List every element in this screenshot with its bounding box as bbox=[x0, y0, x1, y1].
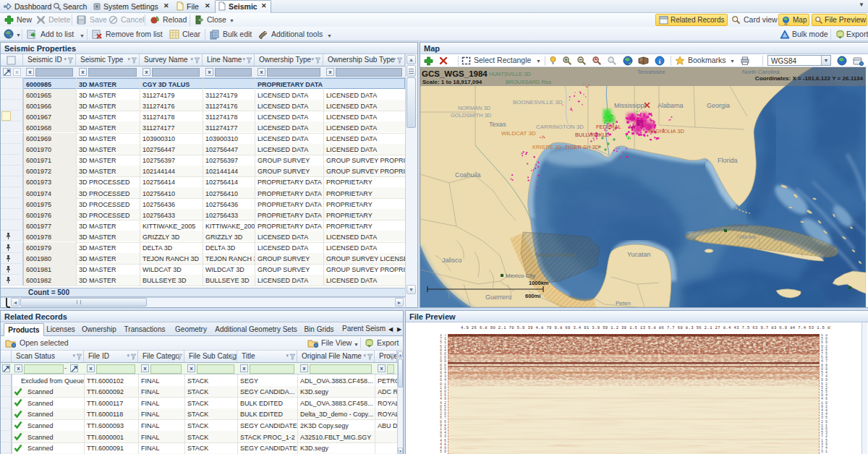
svg-text:GCS_WGS_1984: GCS_WGS_1984 bbox=[422, 69, 488, 78]
svg-text:Havana: Havana bbox=[728, 222, 749, 228]
svg-text:NORMAN 3D: NORMAN 3D bbox=[458, 105, 491, 111]
svg-text:Guerrero: Guerrero bbox=[485, 294, 511, 301]
svg-text:GOLDSMITH 3D: GOLDSMITH 3D bbox=[451, 112, 492, 119]
svg-text:Alabama: Alabama bbox=[658, 102, 684, 109]
svg-text:Villa Ara: Villa Ara bbox=[739, 234, 756, 239]
svg-text:600mi: 600mi bbox=[525, 293, 540, 299]
svg-text:Mexico City: Mexico City bbox=[506, 273, 535, 279]
svg-text:Yucatan: Yucatan bbox=[627, 251, 651, 258]
svg-text:FEDERAL: FEDERAL bbox=[596, 124, 621, 130]
svg-text:Tennessee: Tennessee bbox=[637, 69, 665, 75]
svg-text:Coahuila: Coahuila bbox=[455, 171, 481, 179]
svg-text:WILDCAT 3D: WILDCAT 3D bbox=[501, 130, 536, 137]
svg-text:Peten: Peten bbox=[616, 300, 631, 307]
svg-text:Jalisco: Jalisco bbox=[442, 257, 462, 264]
svg-text:1000km: 1000km bbox=[529, 280, 549, 286]
svg-text:Coordinates: X = -101.6.122: Coordinates: X = -101.6.122 Y = 26.1134 bbox=[755, 75, 864, 82]
svg-text:BULLWINKLE: BULLWINKLE bbox=[575, 132, 609, 138]
svg-text:Tampico Tamialit 4: Tampico Tamialit 4 bbox=[535, 252, 576, 258]
svg-text:Scale: 1 to 18,917,094: Scale: 1 to 18,917,094 bbox=[422, 79, 482, 85]
svg-text:Texas: Texas bbox=[489, 121, 506, 128]
svg-text:Georgia: Georgia bbox=[707, 102, 730, 109]
svg-text:Matanzas: Matanzas bbox=[773, 236, 794, 241]
svg-text:Florida: Florida bbox=[718, 157, 738, 164]
svg-text:KRISTIE 3D: KRISTIE 3D bbox=[532, 144, 562, 150]
svg-text:BOONESVILLE 3D: BOONESVILLE 3D bbox=[513, 99, 563, 106]
svg-text:Mississippi: Mississippi bbox=[614, 102, 646, 109]
svg-text:North Carolina: North Carolina bbox=[742, 69, 780, 75]
svg-text:CARRINGTON 3D: CARRINGTON 3D bbox=[536, 124, 584, 130]
svg-text:MAGNOLIA 3D: MAGNOLIA 3D bbox=[647, 128, 684, 134]
svg-text:TIGER SH 3D: TIGER SH 3D bbox=[565, 144, 600, 150]
